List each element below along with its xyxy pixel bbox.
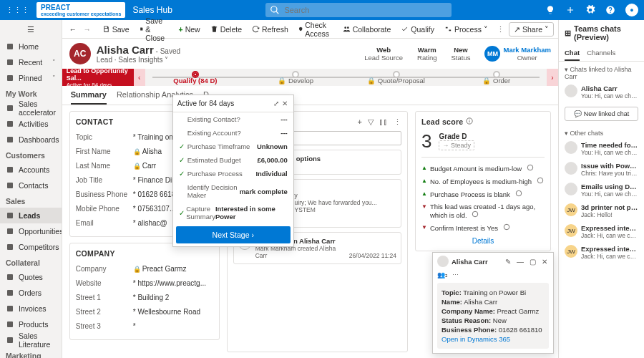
save-button[interactable]: Save [98,23,134,36]
chat-participants-icon[interactable]: 👥₂ [437,271,448,279]
stage-next[interactable]: › [547,69,558,86]
info-icon[interactable] [466,117,473,125]
stage-1[interactable]: 🔒 Develop [245,69,346,86]
share-button[interactable]: ↗ Share ˅ [509,22,554,37]
nav-item-contacts[interactable]: Contacts [0,178,62,193]
timeline-add-icon[interactable]: + [358,117,362,127]
company-title: COMPANY [76,249,213,258]
stage-3[interactable]: 🔒 Order [447,69,547,86]
flyout-field[interactable]: Existing Contact?--- [173,112,293,126]
timeline-sort-icon[interactable]: ⫿⫿ [379,117,388,127]
nav-item-products[interactable]: Products [0,316,62,332]
flyout-close-icon[interactable]: ✕ [280,98,289,109]
timeline-filter-icon[interactable]: ▽ [368,117,374,127]
nav-item-orders[interactable]: Orders [0,285,62,301]
box-icon [6,320,14,329]
nav-item-activities[interactable]: Activities [0,116,62,132]
stage-0[interactable]: Qualify (84 D) [145,69,245,86]
other-chat-item[interactable]: Time needed for Phase 2 ofYou: Hi, can w… [559,138,644,159]
new-linked-chat-button[interactable]: 💬New linked chat [565,107,638,121]
field-row[interactable]: Street 1* Building 2 [76,291,213,305]
chat-close-icon[interactable]: ✕ [540,258,549,266]
plus-icon[interactable] [565,5,575,15]
flyout-popout-icon[interactable]: ⤢ [272,98,280,109]
qualify-button[interactable]: Qualify [396,23,439,36]
field-row[interactable]: Street 3* [76,319,213,334]
timeline-more-icon[interactable]: ⋮ [394,117,401,127]
other-chat-item[interactable]: Emails using Dynamics NoYou: Hi, can we … [559,180,644,200]
info-icon[interactable] [537,177,544,184]
field-row[interactable]: Street 2* Wellesbourne Road [76,305,213,319]
nav-item-opportunities[interactable]: Opportunities [0,223,62,239]
lightbulb-icon[interactable] [545,5,555,15]
field-row[interactable]: Company🔒Preact Garmz [76,262,213,276]
chat-popout-icon[interactable]: ▢ [528,258,537,266]
nav-item-invoices[interactable]: Invoices [0,301,62,316]
nav-item-pinned[interactable]: Pinned˅ [0,70,62,86]
chat-item-avatar: JW [565,203,577,216]
app-launcher-icon[interactable]: ⋮⋮⋮ [6,6,29,15]
chat-more-icon[interactable]: ⋯ [452,271,459,279]
flyout-field[interactable]: Existing Account?--- [173,126,293,140]
forward-button[interactable]: → [81,23,94,36]
user-avatar[interactable]: ● [625,4,638,16]
info-icon[interactable] [515,190,522,197]
flyout-field[interactable]: ✓Capture SummaryInterested in some Power [173,202,293,223]
refresh-button[interactable]: Refresh [248,23,293,36]
search-input[interactable] [284,6,447,14]
nav-item-sales-accelerator[interactable]: Sales accelerator [0,100,62,116]
nav-item-sales-literature[interactable]: Sales Literature [0,332,62,348]
other-chat-item[interactable]: JWExpressed interest in A. DaJack: Hi, c… [559,242,644,263]
process-name[interactable]: Lead to Opportunity Sal... Active for 84… [62,69,134,86]
linked-chats-section[interactable]: Chats linked to Alisha Carr [559,62,644,82]
field-value[interactable]: * Wellesbourne Road [133,308,213,316]
other-chat-item[interactable]: JWExpressed interest in A. DaJack: Hi, c… [559,221,644,242]
nav-item-home[interactable]: Home [0,39,62,54]
stage-2[interactable]: 🔒 Quote/Proposal [346,69,446,86]
global-search[interactable] [265,3,452,17]
new-button[interactable]: +New [175,23,205,36]
other-chats-section[interactable]: Other chats [559,125,644,138]
field-value[interactable]: * Building 2 [133,294,213,301]
flyout-field[interactable]: ✓Estimated Budget£6,000.00 [173,153,293,167]
process-button[interactable]: Process ˅ [440,23,492,36]
nav-item-accounts[interactable]: Accounts [0,162,62,178]
teams-tab-channels[interactable]: Channels [587,46,615,61]
info-icon[interactable] [503,223,510,231]
settings-icon[interactable] [585,5,595,15]
teams-tab-chat[interactable]: Chat [565,46,580,61]
other-chat-item[interactable]: JW3d printer not printing coJack: Hello! [559,200,644,221]
collaborate-button[interactable]: Collaborate [338,23,396,36]
nav-item-quotes[interactable]: Quotes [0,269,62,285]
nav-toggle[interactable]: ☰ [0,20,62,39]
record-subtitle[interactable]: Lead · Sales Insights ˅ [97,56,180,64]
nav-item-leads[interactable]: Leads [0,208,62,223]
linked-chat-item[interactable]: Alisha Carr You: Hi, can we chat about t… [559,82,644,102]
nav-item-recent[interactable]: Recent˅ [0,54,62,70]
other-chat-item[interactable]: Issue with Power SupplyChris: Have you t… [559,159,644,180]
check-access-button[interactable]: Check Access [294,19,337,40]
back-button[interactable]: ← [67,23,79,36]
info-icon[interactable] [472,211,479,218]
nav-item-dashboards[interactable]: Dashboards [0,132,62,147]
flyout-field[interactable]: Identify Decision Makermark complete [173,180,293,202]
tab-0[interactable]: Summary [71,86,107,105]
field-value[interactable]: 🔒Preact Garmz [133,265,213,273]
delete-button[interactable]: Delete [206,23,246,36]
chat-minimize-icon[interactable]: — [515,258,525,266]
stage-prev[interactable]: ‹ [134,69,145,86]
chat-edit-icon[interactable]: ✎ [504,258,512,266]
field-row[interactable]: Website* https://www.preactg... [76,276,213,291]
info-icon[interactable] [527,164,534,171]
field-value[interactable]: * https://www.preactg... [133,279,213,287]
nav-item-competitors[interactable]: Competitors [0,239,62,255]
next-stage-button[interactable]: Next Stage › [176,226,291,243]
open-dynamics-link[interactable]: Open in Dynamics 365 [441,335,545,343]
field-value[interactable]: * [133,322,213,330]
owner-value[interactable]: Mark Markham [503,46,551,54]
details-link[interactable]: Details [421,234,545,245]
status-value: New [452,46,471,54]
flyout-field[interactable]: ✓Purchase ProcessIndividual [173,167,293,180]
help-icon[interactable] [605,5,615,15]
flyout-field[interactable]: ✓Purchase TimeframeUnknown [173,140,293,153]
